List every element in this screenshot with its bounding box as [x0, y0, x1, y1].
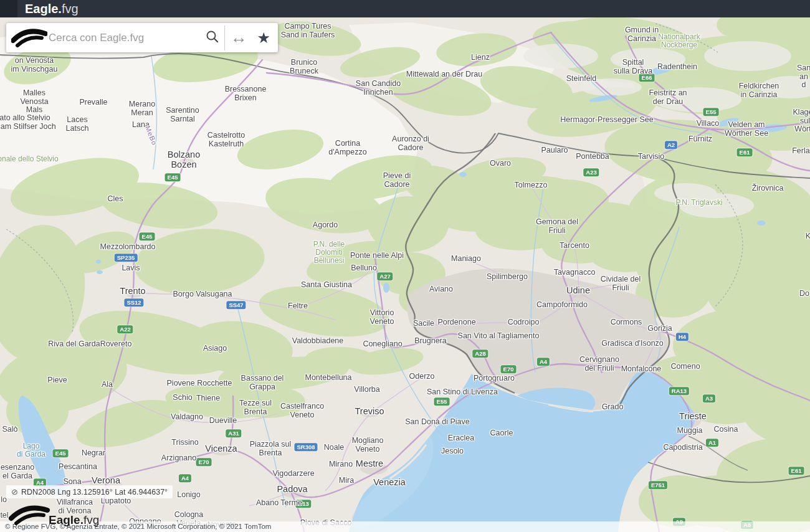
map-label: San Candido Innichen	[356, 80, 401, 97]
search-input[interactable]	[47, 31, 201, 45]
map-label: Vittorio Veneto	[370, 309, 394, 326]
map-label: Pieve	[47, 376, 67, 385]
map-label: Valdagno	[171, 413, 203, 422]
map-label: tel	[0, 511, 8, 520]
map-label: Jesolo	[441, 447, 464, 456]
map-label: Spilimbergo	[487, 273, 528, 282]
map-label: Riva del Garda	[48, 340, 100, 349]
app-logo: Eagle.fvg	[25, 0, 79, 17]
map-label: Castelrotto Kastelruth	[207, 131, 245, 148]
map-label: Ovaro	[490, 159, 511, 168]
map-label: Velden am Wörther See	[725, 121, 768, 138]
map-label: Hermagor-Pressegger See	[560, 116, 653, 125]
map-label: Rovereto	[100, 340, 132, 349]
map-label: Mittewald an der Drau	[406, 70, 482, 79]
map-label: Laces Latsch	[66, 116, 89, 133]
map-label: Pordenone	[437, 318, 475, 327]
header-corner-tile	[0, 0, 17, 17]
map-label: Pieve di Cadore	[383, 172, 411, 189]
map-label: P.N. Triglavski	[675, 199, 722, 207]
map-label: Villaco	[697, 120, 720, 128]
map-label: Piazzola sul Brenta	[250, 440, 292, 457]
map-label: MeBo	[143, 125, 158, 147]
map-label: Tarvisio	[638, 153, 664, 161]
globe-icon: ⊘	[11, 487, 18, 496]
map-label: Gmund in Carinzia	[625, 26, 659, 43]
map-label: Maniago	[451, 255, 481, 264]
map-label: Villorba	[354, 386, 379, 394]
map-label: Trissino	[171, 439, 198, 447]
app-header: Eagle.fvg	[0, 0, 810, 17]
double-arrow-icon: ↔	[230, 29, 247, 46]
map-label: Feltre	[288, 302, 308, 311]
map-label: Lago di Garda	[17, 442, 45, 458]
map-label: Trento	[120, 287, 145, 297]
map-label: Klagen sul Wörth	[793, 108, 810, 134]
favorites-button[interactable]: ★	[252, 23, 278, 52]
map-label: K	[806, 232, 810, 241]
map-label: esenzano el Garda	[1, 463, 34, 480]
map-label: Asiago	[203, 344, 227, 353]
map-label: Salò	[2, 425, 17, 434]
map-label: Bassano del Grappa	[241, 374, 284, 391]
map-label: Bressanone Brixen	[225, 85, 267, 102]
map-label: Malles Venosta Mals	[20, 89, 48, 115]
map-label: Cividale del Friuli	[601, 275, 641, 292]
map-label: Sarentino Sarntal	[166, 107, 199, 123]
map-label: Žirovnica	[752, 184, 784, 193]
map-label: Lienz	[471, 54, 490, 62]
map-label: Campoformido	[536, 301, 588, 310]
map-label: Udine	[566, 286, 590, 296]
map-label: Ferlach	[792, 147, 810, 156]
map-label: Auronzo di Cadore	[392, 135, 429, 152]
map-label: Vigodarzere	[272, 470, 314, 478]
map-label: Portogruaro	[474, 374, 515, 383]
map-label: Lana	[132, 121, 150, 130]
map-label: Abano Terme	[256, 499, 302, 508]
map-label: San an d	[797, 64, 810, 90]
map-label: Oderzo	[409, 373, 435, 381]
map-label: Comeno	[670, 363, 700, 371]
map-label: Radenthein	[657, 63, 697, 72]
search-button[interactable]	[201, 23, 224, 52]
map-label: Gradisca d'Isonzo	[601, 340, 664, 348]
map-label: Mestre	[356, 459, 383, 469]
map-label: Monfalcone	[621, 365, 662, 374]
map-label: Montebelluna	[305, 374, 351, 382]
map-label: Cosina	[714, 425, 738, 434]
map-label: Verona	[92, 476, 120, 486]
map-label: Gorizia	[647, 325, 672, 333]
star-icon: ★	[257, 31, 270, 45]
app-logo-bold: Eagle.	[25, 2, 62, 16]
map-label: San Donà di Piave	[405, 418, 470, 427]
map-label: San Stino di Livenza	[427, 388, 498, 397]
map-label: Castelfranco Veneto	[280, 402, 324, 419]
map-label: Arzignano	[161, 454, 196, 463]
map-label: Lavis	[122, 264, 140, 273]
app-logo-light: fvg	[62, 2, 79, 16]
map-label: Borgo Valsugana	[173, 290, 232, 299]
map-label: Tolmezzo	[515, 181, 548, 190]
map-label: Campo Tures Sand in Taufers	[281, 22, 335, 39]
map-label: on Venosta im Vinschgau	[11, 57, 58, 74]
map-label: Padova	[277, 485, 307, 495]
map-label: Mezzolombardo	[100, 243, 156, 252]
map-label: Feistritz an der Drau	[649, 89, 687, 106]
map-label: Caorle	[490, 429, 513, 438]
map-label: Cles	[107, 195, 123, 204]
map-watermark-logo: Eagle.fvg	[9, 502, 99, 528]
map-label: Nationalpark Nockberge	[658, 33, 700, 49]
map-label: Capodistria	[663, 444, 702, 452]
map-label: Tavagnacco	[554, 268, 596, 277]
map-label: Brugnera	[414, 337, 446, 346]
map-label: Schio	[173, 394, 192, 402]
map-label: Eraclea	[448, 434, 474, 443]
map-label: Venezia	[373, 478, 406, 488]
map-canvas[interactable]: E45E45A22E45A4A4A31E70A13A27A28E70E55A23…	[0, 0, 810, 532]
map-label: Do	[799, 290, 809, 298]
map-label: Treviso	[355, 407, 384, 417]
map-label: Gemona del Friuli	[536, 218, 578, 235]
map-label: Cortina d'Ampezzo	[328, 140, 366, 156]
map-label: Mirano	[329, 460, 353, 469]
measure-button[interactable]: ↔	[225, 23, 252, 52]
